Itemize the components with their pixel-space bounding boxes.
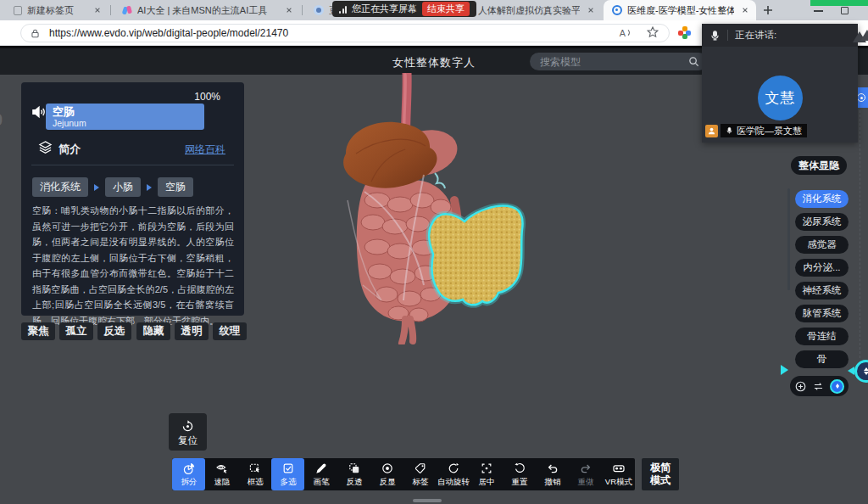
- divider: [727, 30, 728, 41]
- inverse-transparent-icon: [348, 462, 361, 475]
- svg-text:A: A: [620, 28, 626, 38]
- tab-new-tab[interactable]: 新建标签页: [5, 0, 108, 20]
- tool-multi-select[interactable]: 多选: [271, 458, 304, 490]
- invert-select-button[interactable]: 反选: [97, 322, 131, 340]
- pen-icon: [314, 462, 328, 475]
- participant-name: 医学院—景文慧: [737, 125, 802, 137]
- tool-undo[interactable]: 撤销: [536, 458, 569, 490]
- breadcrumb-system[interactable]: 消化系统: [32, 177, 88, 197]
- msn-icon: [122, 5, 132, 15]
- sidebar-item-vascular[interactable]: 脉管系统: [795, 305, 849, 322]
- screen-share-border: [810, 0, 868, 6]
- chevron-right-icon: [147, 184, 152, 191]
- window-minimize-button[interactable]: [814, 10, 823, 12]
- speaker-icon[interactable]: [31, 105, 47, 119]
- texture-button[interactable]: 纹理: [213, 322, 247, 340]
- tab-msn-ai[interactable]: AI大全 | 来自MSN的主流AI工具: [114, 0, 300, 20]
- focus-button[interactable]: 聚焦: [21, 322, 55, 340]
- extensions-icon[interactable]: [678, 26, 691, 39]
- tool-inverse-show[interactable]: 反显: [370, 458, 403, 490]
- reset-view-icon: [181, 419, 195, 434]
- participant-row: 医学院—景文慧: [705, 124, 807, 137]
- avatar-icon: [314, 5, 324, 15]
- tool-center[interactable]: 居中: [470, 458, 503, 490]
- transparent-button[interactable]: 透明: [175, 322, 209, 340]
- collapse-handle-icon[interactable]: [781, 365, 788, 375]
- close-icon[interactable]: [585, 4, 597, 16]
- sidebar-item-urinary[interactable]: 泌尿系统: [795, 213, 849, 231]
- tab-title: AI大全 | 来自MSN的主流AI工具: [137, 4, 278, 17]
- box-select-icon: [248, 462, 262, 475]
- isolate-button[interactable]: 孤立: [59, 322, 93, 340]
- divider: [31, 165, 234, 165]
- tool-reset[interactable]: 重置: [503, 458, 536, 490]
- reset-icon: [513, 462, 526, 475]
- wiki-link[interactable]: 网络百科: [185, 143, 225, 157]
- intro-label: 简介: [58, 142, 81, 157]
- watermark: 0: [0, 110, 3, 130]
- url-text: https://www.evdo.vip/web/digital-people/…: [49, 27, 288, 39]
- tab-evdo-active[interactable]: 医维度-医学模型-女性整体数字/: [604, 0, 756, 20]
- tool-redo[interactable]: 重做: [569, 458, 602, 490]
- updown-icon[interactable]: [854, 360, 868, 383]
- tool-split[interactable]: 拆分: [172, 458, 205, 490]
- reset-view-label: 复位: [169, 434, 207, 447]
- window-maximize-button[interactable]: [841, 7, 849, 14]
- minimal-mode-button[interactable]: 极简模式: [642, 458, 679, 490]
- tab-divider: [110, 5, 111, 15]
- new-tab-button[interactable]: [761, 3, 775, 17]
- tag-icon: [414, 462, 427, 475]
- reset-view-button[interactable]: 复位: [169, 413, 207, 451]
- sidebar-item-joints[interactable]: 骨连结: [795, 328, 849, 345]
- close-icon[interactable]: [739, 4, 751, 16]
- tool-tag[interactable]: 标签: [403, 458, 437, 490]
- sidebar-item-bone[interactable]: 骨: [795, 350, 849, 368]
- sidebar-scrollbar[interactable]: [787, 188, 790, 290]
- tool-quick-hide[interactable]: 速隐: [205, 458, 238, 490]
- close-icon[interactable]: [283, 4, 295, 16]
- zoom-in-icon[interactable]: [794, 380, 807, 393]
- sidebar-item-nervous[interactable]: 神经系统: [795, 282, 849, 300]
- page-icon: [14, 6, 22, 15]
- breadcrumb: 消化系统 小肠 空肠: [32, 177, 193, 197]
- tool-box-select[interactable]: 框选: [238, 458, 271, 490]
- tool-auto-rotate[interactable]: 自动旋转: [437, 458, 470, 490]
- search-icon[interactable]: [688, 56, 699, 67]
- inverse-show-icon: [381, 462, 394, 475]
- collapse-handle-icon[interactable]: [848, 367, 854, 375]
- meeting-header: 正在讲话:: [702, 24, 858, 47]
- stop-sharing-button[interactable]: 结束共享: [422, 2, 470, 16]
- undo-icon: [546, 462, 559, 475]
- hide-button[interactable]: 隐藏: [136, 322, 170, 340]
- meeting-video-area: 文慧 医学院—景文慧: [702, 47, 858, 143]
- search-input[interactable]: [530, 53, 708, 70]
- selected-structure-box[interactable]: 空肠 Jejunum: [46, 104, 204, 130]
- tool-pen[interactable]: 画笔: [304, 458, 337, 490]
- multi-select-icon: [281, 462, 295, 475]
- sidebar-item-digestive[interactable]: 消化系统: [795, 190, 849, 208]
- tab-title: 医维度-医学模型-女性整体数字/: [627, 4, 734, 17]
- browser-window: 新建标签页 AI大全 | 来自MSN的主流AI工具 豆 人体解剖虚拟仿真实验平台…: [0, 0, 868, 504]
- screen-share-banner: 您正在共享屏幕 结束共享: [332, 1, 476, 17]
- tool-inverse-transparent[interactable]: 反透: [337, 458, 370, 490]
- breadcrumb-organ[interactable]: 小肠: [105, 177, 141, 197]
- anatomy-model-canvas[interactable]: [297, 73, 551, 344]
- read-aloud-icon[interactable]: A: [617, 25, 632, 41]
- auto-rotate-icon: [447, 462, 460, 475]
- close-icon[interactable]: [92, 4, 103, 16]
- toggle-all-visibility-button[interactable]: 整体显隐: [791, 156, 847, 175]
- updown-icon[interactable]: [830, 379, 844, 394]
- tab-search[interactable]: 人体解剖虚拟仿真实验平台 - 搜: [454, 0, 602, 20]
- horizontal-scrollbar[interactable]: [413, 499, 442, 502]
- tab-title: 人体解剖虚拟仿真实验平台 - 搜: [478, 4, 580, 17]
- star-icon[interactable]: [646, 25, 661, 41]
- avatar: 文慧: [758, 76, 803, 120]
- breadcrumb-part[interactable]: 空肠: [158, 177, 193, 197]
- sidebar-item-sensory[interactable]: 感觉器: [795, 236, 849, 254]
- jejunum-highlight[interactable]: [429, 206, 522, 305]
- sidebar-item-endocrine[interactable]: 内分泌...: [795, 259, 849, 277]
- omnibox[interactable]: https://www.evdo.vip/web/digital-people/…: [20, 24, 670, 42]
- swap-icon[interactable]: [812, 381, 825, 392]
- lock-icon[interactable]: [30, 28, 41, 39]
- tool-vr-mode[interactable]: VR模式: [602, 458, 635, 490]
